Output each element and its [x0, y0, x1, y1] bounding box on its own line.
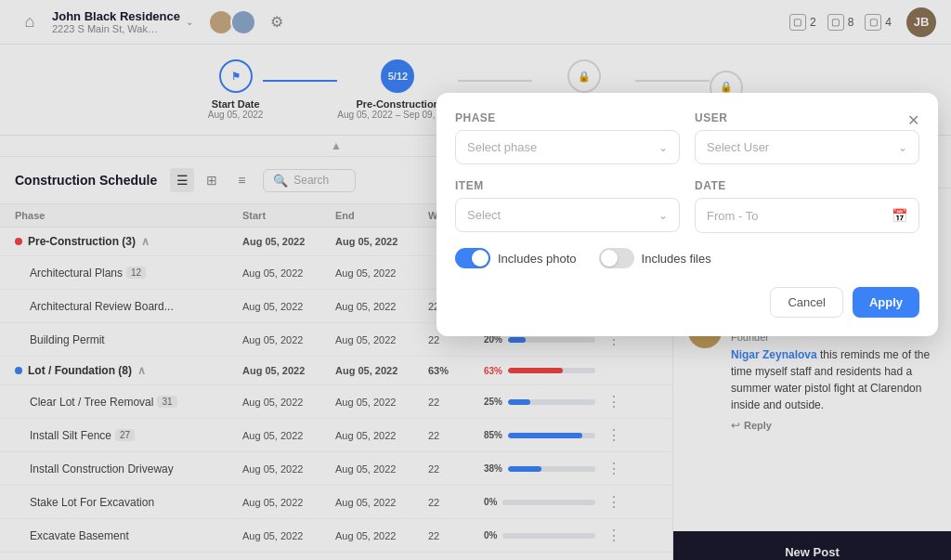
filter-col-item: Item Select ⌄: [455, 179, 680, 233]
toggle-knob-files: [601, 250, 618, 267]
includes-photo-label: Includes photo: [498, 252, 577, 266]
calendar-icon: 📅: [892, 208, 907, 223]
date-filter-label: Date: [695, 179, 919, 192]
filter-row-1: Phase Select phase ⌄ User Select User ⌄: [455, 111, 919, 164]
phase-filter-label: Phase: [455, 111, 680, 124]
includes-photo-toggle[interactable]: [455, 248, 490, 268]
includes-files-label: Includes files: [642, 252, 711, 266]
phase-select-placeholder: Select phase: [467, 140, 537, 154]
date-from-placeholder: From - To: [707, 209, 758, 223]
user-filter-label: User: [695, 111, 919, 124]
apply-button[interactable]: Apply: [853, 287, 919, 318]
toggle-includes-files: Includes files: [599, 248, 711, 268]
phase-chevron-icon: ⌄: [658, 141, 668, 154]
toggle-includes-photo: Includes photo: [455, 248, 577, 268]
toggle-row: Includes photo Includes files: [455, 248, 919, 268]
modal-actions: Cancel Apply: [455, 287, 919, 318]
filter-col-date: Date From - To 📅: [695, 179, 919, 233]
item-filter-label: Item: [455, 179, 680, 192]
item-chevron-icon: ⌄: [658, 209, 668, 222]
user-select-placeholder: Select User: [707, 140, 769, 154]
toggle-knob-photo: [472, 250, 489, 267]
phase-select[interactable]: Select phase ⌄: [455, 130, 680, 164]
filter-col-phase: Phase Select phase ⌄: [455, 111, 680, 164]
user-select[interactable]: Select User ⌄: [695, 130, 919, 164]
filter-row-2: Item Select ⌄ Date From - To 📅: [455, 179, 919, 233]
date-select[interactable]: From - To 📅: [695, 198, 919, 233]
item-select[interactable]: Select ⌄: [455, 198, 680, 232]
filter-modal: ✕ Phase Select phase ⌄ User Select User …: [436, 93, 938, 336]
includes-files-toggle[interactable]: [599, 248, 634, 268]
cancel-button[interactable]: Cancel: [770, 287, 842, 318]
filter-col-user: User Select User ⌄: [695, 111, 919, 164]
item-select-placeholder: Select: [467, 208, 501, 222]
modal-close-icon[interactable]: ✕: [907, 111, 919, 129]
user-chevron-icon: ⌄: [898, 141, 907, 154]
